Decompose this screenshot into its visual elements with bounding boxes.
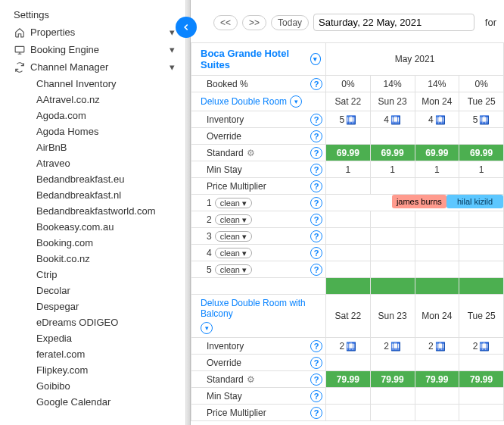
channel-item[interactable]: Despegar [33, 298, 178, 314]
collapse-room-button[interactable]: ▾ [201, 322, 213, 334]
booked-label: Booked % [207, 79, 310, 89]
channel-item[interactable]: Decolar [33, 283, 178, 298]
date-input[interactable] [313, 14, 474, 31]
inventory-cell[interactable]: 2🛄 [459, 338, 504, 355]
briefcase-icon: 🛄 [346, 115, 356, 124]
channel-item[interactable]: Bedandbreakfast.eu [33, 171, 178, 187]
sidebar: Settings Properties ▾ Booking Engine ▾ [0, 0, 186, 425]
pricex-label: Price Multiplier [207, 181, 310, 192]
help-icon[interactable]: ? [310, 340, 322, 352]
minstay-label: Min Stay [207, 164, 310, 175]
clean-status-select[interactable]: clean ▾ [215, 231, 252, 242]
help-icon[interactable]: ? [310, 130, 322, 142]
channel-item[interactable]: Atraveo [33, 155, 178, 171]
minstay-cell[interactable]: 1 [459, 161, 504, 178]
channel-item[interactable]: Bookit.co.nz [33, 251, 178, 267]
help-icon[interactable]: ? [310, 247, 322, 259]
booking-bar[interactable]: james burns [392, 195, 447, 208]
inventory-cell[interactable]: 2🛄 [326, 338, 371, 355]
channel-item[interactable]: AirBnB [33, 139, 178, 155]
inventory-cell[interactable]: 5🛄 [326, 111, 371, 128]
rate-cell[interactable]: 69.99 [326, 145, 371, 161]
svg-rect-0 [15, 46, 24, 52]
inventory-cell[interactable]: 4🛄 [370, 111, 415, 128]
inventory-cell[interactable]: 2🛄 [370, 338, 415, 355]
nav-channel-manager[interactable]: Channel Manager ▾ [11, 58, 178, 76]
today-button[interactable]: Today [271, 15, 309, 30]
briefcase-icon: 🛄 [435, 342, 446, 351]
channel-item[interactable]: Bedandbreakfast.nl [33, 187, 178, 203]
gear-icon: ⚙ [247, 148, 255, 158]
help-icon[interactable]: ? [310, 373, 322, 386]
channel-item[interactable]: Expedia [33, 330, 178, 346]
rate-label: Standard [207, 374, 244, 385]
collapse-room-button[interactable]: ▾ [290, 95, 302, 108]
rate-cell[interactable]: 79.99 [370, 371, 415, 388]
nav-properties[interactable]: Properties ▾ [11, 23, 178, 41]
main-panel: << >> Today for Boca Grande Hotel Suites… [191, 0, 504, 425]
help-icon[interactable]: ? [310, 264, 322, 276]
clean-status-select[interactable]: clean ▾ [215, 214, 252, 225]
clean-status-select[interactable]: clean ▾ [215, 264, 252, 275]
rate-label: Standard [207, 148, 244, 158]
minstay-label: Min Stay [207, 391, 310, 402]
channel-item[interactable]: Google Calendar [33, 394, 178, 410]
for-label: for [479, 17, 496, 28]
rate-cell[interactable]: 79.99 [415, 371, 459, 388]
minstay-cell[interactable]: 1 [370, 161, 415, 178]
inventory-cell[interactable]: 4🛄 [415, 111, 459, 128]
booking-bar[interactable]: hilal kizild [446, 195, 503, 208]
calendar-toolbar: << >> Today for [191, 0, 504, 42]
minstay-cell[interactable]: 1 [326, 161, 371, 178]
help-icon[interactable]: ? [310, 230, 322, 242]
help-icon[interactable]: ? [310, 390, 322, 402]
inventory-cell[interactable]: 5🛄 [459, 111, 504, 128]
month-label: May 2021 [326, 43, 504, 76]
channel-item[interactable]: Booking.com [33, 235, 178, 251]
inventory-cell[interactable]: 2🛄 [415, 338, 459, 355]
channel-item[interactable]: Bookeasy.com.au [33, 219, 178, 235]
channel-item[interactable]: Bedandbreakfastworld.com [33, 203, 178, 219]
briefcase-icon: 🛄 [346, 342, 356, 351]
day-header: Sun 23 [370, 295, 415, 338]
briefcase-icon: 🛄 [390, 115, 401, 124]
help-icon[interactable]: ? [310, 164, 322, 176]
clean-status-select[interactable]: clean ▾ [215, 248, 252, 258]
help-icon[interactable]: ? [310, 357, 322, 369]
prev-button[interactable]: << [213, 15, 238, 30]
help-icon[interactable]: ? [310, 147, 322, 159]
channel-item[interactable]: Goibibo [33, 378, 178, 394]
channel-item[interactable]: feratel.com [33, 346, 178, 362]
channel-item[interactable]: Agoda.com [33, 108, 178, 123]
help-icon[interactable]: ? [310, 180, 322, 192]
rate-cell[interactable]: 69.99 [370, 145, 415, 161]
channel-item[interactable]: Ctrip [33, 267, 178, 283]
rate-cell[interactable]: 79.99 [326, 371, 371, 388]
help-icon[interactable]: ? [310, 214, 322, 226]
channel-item[interactable]: eDreams ODIGEO [33, 314, 178, 330]
nav-booking-engine[interactable]: Booking Engine ▾ [11, 41, 178, 58]
collapse-sidebar-button[interactable] [176, 17, 197, 38]
help-icon[interactable]: ? [310, 197, 322, 209]
monitor-icon [14, 45, 26, 55]
help-icon[interactable]: ? [310, 407, 322, 419]
channel-item[interactable]: Flipkey.com [33, 362, 178, 378]
day-header: Sat 22 [326, 92, 371, 111]
rate-cell[interactable]: 69.99 [415, 145, 459, 161]
booked-cell: 14% [415, 76, 459, 92]
room-title: Deluxe Double Room with Balcony [201, 298, 321, 319]
help-icon[interactable]: ? [310, 114, 322, 126]
nav-settings[interactable]: Settings [11, 6, 178, 23]
minstay-cell[interactable]: 1 [415, 161, 459, 178]
collapse-hotel-button[interactable]: ▾ [310, 53, 321, 65]
caret-icon: ▾ [170, 44, 175, 55]
day-header: Sun 23 [370, 92, 415, 111]
channel-item[interactable]: Agoda Homes [33, 123, 178, 139]
rate-cell[interactable]: 69.99 [459, 145, 504, 161]
next-button[interactable]: >> [242, 15, 266, 30]
rate-cell[interactable]: 79.99 [459, 371, 504, 388]
clean-status-select[interactable]: clean ▾ [215, 198, 252, 208]
channel-item[interactable]: AAtravel.co.nz [33, 92, 178, 108]
help-icon[interactable]: ? [310, 78, 322, 90]
channel-item[interactable]: Channel Inventory [33, 76, 178, 92]
